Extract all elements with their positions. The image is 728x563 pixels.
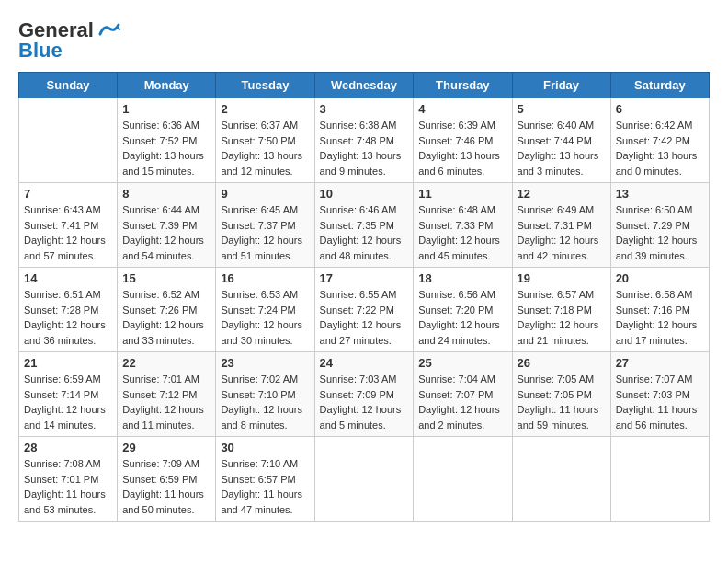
- calendar-cell: [414, 437, 512, 522]
- day-number: 8: [122, 187, 210, 201]
- day-info: Sunrise: 6:50 AMSunset: 7:29 PMDaylight:…: [616, 202, 704, 263]
- day-info: Sunrise: 6:49 AMSunset: 7:31 PMDaylight:…: [518, 202, 606, 263]
- logo: General Blue: [18, 18, 122, 63]
- day-info: Sunrise: 6:38 AMSunset: 7:48 PMDaylight:…: [320, 118, 409, 178]
- day-info: Sunrise: 7:08 AMSunset: 7:01 PMDaylight:…: [24, 456, 112, 517]
- logo-wave-icon: [97, 21, 122, 40]
- day-info: Sunrise: 7:10 AMSunset: 6:57 PMDaylight:…: [221, 456, 309, 517]
- day-number: 16: [221, 271, 309, 285]
- calendar-cell: 7 Sunrise: 6:43 AMSunset: 7:41 PMDayligh…: [19, 183, 118, 268]
- day-header-sunday: Sunday: [19, 73, 118, 98]
- day-number: 7: [24, 187, 112, 201]
- day-info: Sunrise: 6:57 AMSunset: 7:18 PMDaylight:…: [518, 287, 606, 348]
- day-info: Sunrise: 7:07 AMSunset: 7:03 PMDaylight:…: [616, 372, 704, 432]
- day-number: 6: [616, 102, 704, 116]
- day-info: Sunrise: 7:09 AMSunset: 6:59 PMDaylight:…: [122, 456, 210, 517]
- day-info: Sunrise: 7:01 AMSunset: 7:12 PMDaylight:…: [122, 372, 210, 432]
- day-info: Sunrise: 6:43 AMSunset: 7:41 PMDaylight:…: [24, 202, 112, 263]
- day-number: 4: [418, 102, 506, 116]
- calendar-cell: [314, 437, 414, 522]
- calendar-cell: 10 Sunrise: 6:46 AMSunset: 7:35 PMDaylig…: [314, 183, 414, 268]
- day-number: 11: [418, 187, 506, 201]
- day-header-saturday: Saturday: [610, 73, 709, 98]
- day-info: Sunrise: 7:03 AMSunset: 7:09 PMDaylight:…: [320, 372, 409, 432]
- day-number: 26: [518, 356, 606, 370]
- day-info: Sunrise: 6:45 AMSunset: 7:37 PMDaylight:…: [221, 202, 309, 263]
- day-info: Sunrise: 6:39 AMSunset: 7:46 PMDaylight:…: [418, 118, 506, 178]
- day-info: Sunrise: 7:04 AMSunset: 7:07 PMDaylight:…: [418, 372, 506, 432]
- day-header-thursday: Thursday: [414, 73, 512, 98]
- calendar-cell: 4 Sunrise: 6:39 AMSunset: 7:46 PMDayligh…: [414, 98, 512, 183]
- day-header-friday: Friday: [512, 73, 610, 98]
- day-info: Sunrise: 6:51 AMSunset: 7:28 PMDaylight:…: [24, 287, 112, 348]
- day-number: 23: [221, 356, 309, 370]
- calendar-cell: 6 Sunrise: 6:42 AMSunset: 7:42 PMDayligh…: [610, 98, 709, 183]
- logo-blue-text: Blue: [18, 39, 63, 63]
- week-row-5: 28 Sunrise: 7:08 AMSunset: 7:01 PMDaylig…: [19, 437, 710, 522]
- day-number: 21: [24, 356, 112, 370]
- day-info: Sunrise: 6:59 AMSunset: 7:14 PMDaylight:…: [24, 372, 112, 432]
- calendar-cell: 2 Sunrise: 6:37 AMSunset: 7:50 PMDayligh…: [216, 98, 314, 183]
- day-info: Sunrise: 6:58 AMSunset: 7:16 PMDaylight:…: [616, 287, 704, 348]
- day-number: 27: [616, 356, 704, 370]
- day-info: Sunrise: 6:40 AMSunset: 7:44 PMDaylight:…: [518, 118, 606, 178]
- week-row-4: 21 Sunrise: 6:59 AMSunset: 7:14 PMDaylig…: [19, 352, 710, 437]
- calendar-cell: 26 Sunrise: 7:05 AMSunset: 7:05 PMDaylig…: [512, 352, 610, 437]
- day-number: 25: [418, 356, 506, 370]
- day-number: 19: [518, 271, 606, 285]
- calendar-cell: 12 Sunrise: 6:49 AMSunset: 7:31 PMDaylig…: [512, 183, 610, 268]
- calendar-cell: 3 Sunrise: 6:38 AMSunset: 7:48 PMDayligh…: [314, 98, 414, 183]
- calendar-cell: 9 Sunrise: 6:45 AMSunset: 7:37 PMDayligh…: [216, 183, 314, 268]
- calendar-cell: 16 Sunrise: 6:53 AMSunset: 7:24 PMDaylig…: [216, 268, 314, 352]
- day-info: Sunrise: 6:53 AMSunset: 7:24 PMDaylight:…: [221, 287, 309, 348]
- calendar-cell: [512, 437, 610, 522]
- day-number: 28: [24, 441, 112, 454]
- calendar-table: SundayMondayTuesdayWednesdayThursdayFrid…: [18, 72, 710, 522]
- calendar-cell: 25 Sunrise: 7:04 AMSunset: 7:07 PMDaylig…: [414, 352, 512, 437]
- week-row-3: 14 Sunrise: 6:51 AMSunset: 7:28 PMDaylig…: [19, 268, 710, 352]
- day-header-wednesday: Wednesday: [314, 73, 414, 98]
- day-number: 24: [320, 356, 409, 370]
- day-info: Sunrise: 6:42 AMSunset: 7:42 PMDaylight:…: [616, 118, 704, 178]
- calendar-cell: 24 Sunrise: 7:03 AMSunset: 7:09 PMDaylig…: [314, 352, 414, 437]
- calendar-cell: 1 Sunrise: 6:36 AMSunset: 7:52 PMDayligh…: [118, 98, 216, 183]
- day-number: 18: [418, 271, 506, 285]
- day-info: Sunrise: 6:36 AMSunset: 7:52 PMDaylight:…: [122, 118, 210, 178]
- calendar-cell: 17 Sunrise: 6:55 AMSunset: 7:22 PMDaylig…: [314, 268, 414, 352]
- calendar-cell: 22 Sunrise: 7:01 AMSunset: 7:12 PMDaylig…: [118, 352, 216, 437]
- calendar-cell: 8 Sunrise: 6:44 AMSunset: 7:39 PMDayligh…: [118, 183, 216, 268]
- day-number: 2: [221, 102, 309, 116]
- day-number: 5: [518, 102, 606, 116]
- day-info: Sunrise: 6:48 AMSunset: 7:33 PMDaylight:…: [418, 202, 506, 263]
- day-number: 30: [221, 441, 309, 454]
- day-number: 1: [122, 102, 210, 116]
- header-row: SundayMondayTuesdayWednesdayThursdayFrid…: [19, 73, 710, 98]
- calendar-cell: [610, 437, 709, 522]
- day-info: Sunrise: 6:55 AMSunset: 7:22 PMDaylight:…: [320, 287, 409, 348]
- day-number: 9: [221, 187, 309, 201]
- day-number: 13: [616, 187, 704, 201]
- week-row-1: 1 Sunrise: 6:36 AMSunset: 7:52 PMDayligh…: [19, 98, 710, 183]
- calendar-cell: 11 Sunrise: 6:48 AMSunset: 7:33 PMDaylig…: [414, 183, 512, 268]
- day-number: 14: [24, 271, 112, 285]
- day-info: Sunrise: 6:46 AMSunset: 7:35 PMDaylight:…: [320, 202, 409, 263]
- day-number: 17: [320, 271, 409, 285]
- calendar-cell: 21 Sunrise: 6:59 AMSunset: 7:14 PMDaylig…: [19, 352, 118, 437]
- day-header-monday: Monday: [118, 73, 216, 98]
- calendar-cell: 18 Sunrise: 6:56 AMSunset: 7:20 PMDaylig…: [414, 268, 512, 352]
- day-info: Sunrise: 6:56 AMSunset: 7:20 PMDaylight:…: [418, 287, 506, 348]
- day-number: 15: [122, 271, 210, 285]
- calendar-cell: 28 Sunrise: 7:08 AMSunset: 7:01 PMDaylig…: [19, 437, 118, 522]
- day-info: Sunrise: 7:02 AMSunset: 7:10 PMDaylight:…: [221, 372, 309, 432]
- calendar-cell: 13 Sunrise: 6:50 AMSunset: 7:29 PMDaylig…: [610, 183, 709, 268]
- day-info: Sunrise: 6:44 AMSunset: 7:39 PMDaylight:…: [122, 202, 210, 263]
- calendar-cell: 30 Sunrise: 7:10 AMSunset: 6:57 PMDaylig…: [216, 437, 314, 522]
- day-info: Sunrise: 6:37 AMSunset: 7:50 PMDaylight:…: [221, 118, 309, 178]
- day-number: 12: [518, 187, 606, 201]
- calendar-cell: [19, 98, 118, 183]
- calendar-cell: 27 Sunrise: 7:07 AMSunset: 7:03 PMDaylig…: [610, 352, 709, 437]
- day-number: 20: [616, 271, 704, 285]
- day-number: 22: [122, 356, 210, 370]
- calendar-cell: 23 Sunrise: 7:02 AMSunset: 7:10 PMDaylig…: [216, 352, 314, 437]
- page-header: General Blue: [18, 18, 710, 63]
